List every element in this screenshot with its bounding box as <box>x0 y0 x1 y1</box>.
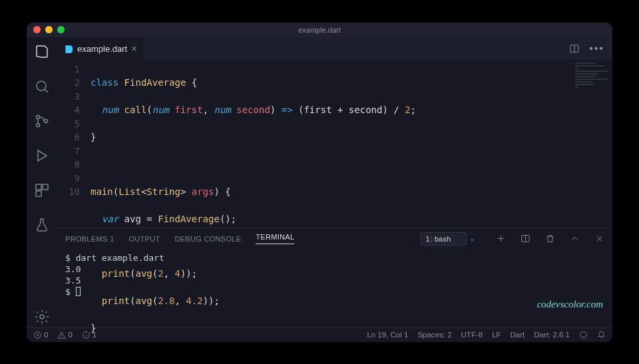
window-close-button[interactable] <box>33 26 41 33</box>
explorer-icon[interactable] <box>34 44 50 63</box>
window-title: example.dart <box>27 26 612 34</box>
split-terminal-icon[interactable] <box>521 234 531 244</box>
source-control-icon[interactable] <box>34 113 50 132</box>
tab-bar: example.dart × ••• <box>57 37 612 60</box>
split-editor-icon[interactable] <box>569 43 580 54</box>
search-icon[interactable] <box>34 79 50 97</box>
dart-file-icon <box>64 44 73 53</box>
svg-rect-6 <box>36 191 41 196</box>
terminal-line: 3.5 <box>65 275 81 285</box>
run-debug-icon[interactable] <box>34 148 50 166</box>
tab-example-dart[interactable]: example.dart × <box>57 37 143 60</box>
status-sdk[interactable]: Dart: 2.6.1 <box>534 331 570 339</box>
kill-terminal-icon[interactable] <box>545 234 555 244</box>
svg-point-0 <box>37 81 46 91</box>
watermark: codevscolor.com <box>536 299 603 310</box>
window-minimize-button[interactable] <box>45 26 53 33</box>
svg-point-3 <box>45 119 48 122</box>
terminal-select[interactable]: 1: bash <box>420 232 467 246</box>
status-encoding[interactable]: UTF-8 <box>461 331 483 339</box>
svg-point-1 <box>37 115 40 118</box>
settings-gear-icon[interactable] <box>34 309 50 327</box>
editor-content: example.dart × ••• 12345678910 class Fin… <box>57 37 612 327</box>
status-errors[interactable]: 0 <box>33 331 48 339</box>
tab-label: example.dart <box>77 44 127 54</box>
code-editor[interactable]: 12345678910 class FindAverage { num call… <box>57 60 612 228</box>
feedback-icon[interactable] <box>579 331 588 339</box>
editor-window: example.dart <box>27 23 612 342</box>
status-indent[interactable]: Spaces: 2 <box>417 331 451 339</box>
terminal-prompt: $ <box>65 287 76 297</box>
svg-point-7 <box>40 315 44 319</box>
svg-point-12 <box>580 331 587 338</box>
minimap[interactable] <box>575 63 608 116</box>
svg-rect-4 <box>36 184 41 190</box>
status-warnings[interactable]: 0 <box>57 331 72 339</box>
terminal-line: 3.0 <box>65 264 81 274</box>
extensions-icon[interactable] <box>34 182 50 201</box>
status-eol[interactable]: LF <box>492 331 501 339</box>
chevron-down-icon[interactable]: ⌄ <box>469 235 475 242</box>
svg-rect-5 <box>43 184 48 190</box>
maximize-panel-icon[interactable] <box>570 234 580 244</box>
code-body[interactable]: class FindAverage { num call(num first, … <box>91 60 416 228</box>
tab-close-icon[interactable]: × <box>131 43 136 54</box>
editor-actions: ••• <box>569 37 612 60</box>
main-area: example.dart × ••• 12345678910 class Fin… <box>27 37 612 327</box>
new-terminal-icon[interactable] <box>496 234 506 244</box>
traffic-lights <box>33 26 65 33</box>
notifications-icon[interactable] <box>597 331 606 339</box>
close-panel-icon[interactable] <box>594 234 604 244</box>
titlebar[interactable]: example.dart <box>27 23 612 37</box>
window-maximize-button[interactable] <box>57 26 65 33</box>
terminal-cursor <box>76 287 81 296</box>
svg-point-2 <box>37 123 40 126</box>
line-gutter: 12345678910 <box>57 60 91 228</box>
testing-icon[interactable] <box>34 217 50 236</box>
status-language[interactable]: Dart <box>511 331 525 339</box>
more-actions-icon[interactable]: ••• <box>589 43 604 55</box>
activity-bar <box>27 37 57 327</box>
